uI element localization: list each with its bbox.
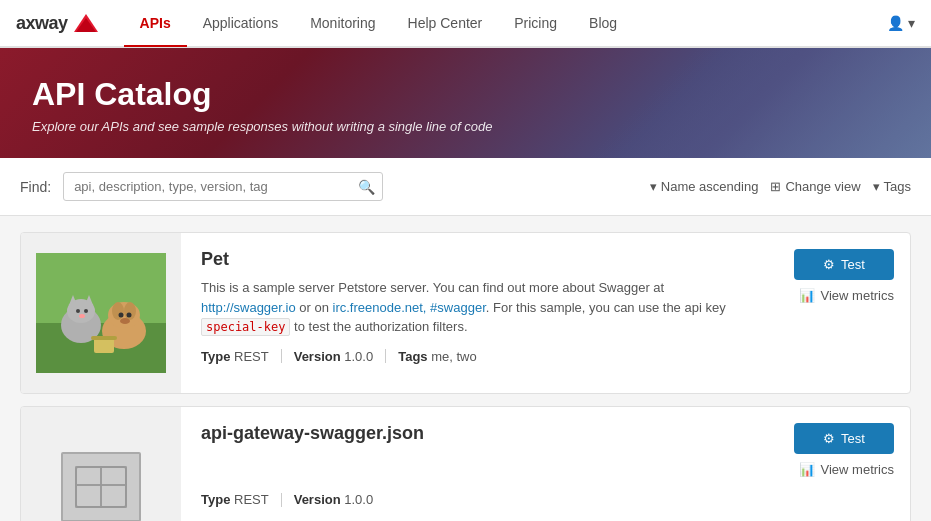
svg-rect-21 xyxy=(76,467,101,485)
api-card-gateway-actions: ⚙ Test 📊 View metrics xyxy=(778,407,910,493)
svg-rect-18 xyxy=(94,338,114,353)
user-icon: 👤 xyxy=(887,15,904,31)
svg-point-8 xyxy=(76,309,80,313)
page-subtitle: Explore our APIs and see sample response… xyxy=(32,119,899,134)
svg-point-10 xyxy=(79,314,85,318)
api-card-gateway-body: api-gateway-swagger.json Type REST Versi… xyxy=(181,407,778,521)
user-menu[interactable]: 👤 ▾ xyxy=(887,15,915,31)
api-name-pet: Pet xyxy=(201,249,762,270)
svg-rect-22 xyxy=(101,467,126,485)
logo[interactable]: axway xyxy=(16,12,100,34)
pet-illustration xyxy=(36,253,166,373)
api-card-pet: Pet This is a sample server Petstore ser… xyxy=(20,232,911,394)
version-value: 1.0.0 xyxy=(344,349,373,364)
placeholder-illustration xyxy=(61,452,141,521)
search-icon: 🔍 xyxy=(358,179,375,195)
tags-value: me, two xyxy=(431,349,477,364)
meta-sep-1 xyxy=(281,349,282,363)
version-label-gw: Version xyxy=(294,492,341,507)
nav-monitoring[interactable]: Monitoring xyxy=(294,1,391,47)
chart-icon: 📊 xyxy=(799,288,815,303)
svg-point-17 xyxy=(120,318,130,324)
sort-label: Name ascending xyxy=(661,179,759,194)
freenode-link[interactable]: irc.freenode.net, #swagger xyxy=(333,300,486,315)
view-metrics-button-pet[interactable]: 📊 View metrics xyxy=(799,288,894,303)
api-name-gateway: api-gateway-swagger.json xyxy=(201,423,762,444)
metrics-label-gw: View metrics xyxy=(821,462,894,477)
api-card-pet-body: Pet This is a sample server Petstore ser… xyxy=(181,233,778,380)
svg-point-16 xyxy=(127,313,132,318)
find-label: Find: xyxy=(20,179,51,195)
user-dropdown-arrow: ▾ xyxy=(908,15,915,31)
tags-label: Tags xyxy=(884,179,911,194)
api-card-pet-image xyxy=(21,233,181,393)
navigation: axway APIs Applications Monitoring Help … xyxy=(0,0,931,48)
svg-rect-23 xyxy=(76,485,101,507)
test-label: Test xyxy=(841,257,865,272)
view-metrics-button-gateway[interactable]: 📊 View metrics xyxy=(799,462,894,477)
gear-icon: ⚙ xyxy=(823,257,835,272)
nav-help-center[interactable]: Help Center xyxy=(392,1,499,47)
logo-icon xyxy=(72,12,100,34)
meta-sep-2 xyxy=(385,349,386,363)
search-bar: Find: 🔍 ▾ Name ascending ⊞ Change view ▾… xyxy=(0,158,931,216)
nav-applications[interactable]: Applications xyxy=(187,1,295,47)
page-title: API Catalog xyxy=(32,76,899,113)
svg-point-9 xyxy=(84,309,88,313)
search-input[interactable] xyxy=(63,172,383,201)
version-value-gw: 1.0.0 xyxy=(344,492,373,507)
api-list: Pet This is a sample server Petstore ser… xyxy=(0,216,931,521)
nav-apis[interactable]: APIs xyxy=(124,1,187,47)
document-icon-svg xyxy=(71,462,131,512)
svg-point-13 xyxy=(112,302,124,320)
tags-control[interactable]: ▾ Tags xyxy=(873,179,911,194)
special-key: special-key xyxy=(201,318,290,336)
api-meta-pet: Type REST Version 1.0.0 Tags me, two xyxy=(201,349,762,364)
logo-text: axway xyxy=(16,13,68,34)
metrics-label: View metrics xyxy=(821,288,894,303)
grid-icon: ⊞ xyxy=(770,179,781,194)
search-input-wrap: 🔍 xyxy=(63,172,383,201)
type-value-gw: REST xyxy=(234,492,269,507)
sort-control[interactable]: ▾ Name ascending xyxy=(650,179,759,194)
nav-links: APIs Applications Monitoring Help Center… xyxy=(124,1,887,45)
test-label-gw: Test xyxy=(841,431,865,446)
nav-blog[interactable]: Blog xyxy=(573,1,633,47)
type-label: Type xyxy=(201,349,230,364)
type-label-gw: Type xyxy=(201,492,230,507)
tags-arrow: ▾ xyxy=(873,179,880,194)
view-control[interactable]: ⊞ Change view xyxy=(770,179,860,194)
swagger-link[interactable]: http://swagger.io xyxy=(201,300,296,315)
version-label: Version xyxy=(294,349,341,364)
svg-point-14 xyxy=(124,302,136,320)
api-desc-pet: This is a sample server Petstore server.… xyxy=(201,278,762,337)
sort-arrow-icon: ▾ xyxy=(650,179,657,194)
test-button-pet[interactable]: ⚙ Test xyxy=(794,249,894,280)
view-label: Change view xyxy=(785,179,860,194)
svg-point-15 xyxy=(119,313,124,318)
meta-sep-gw xyxy=(281,493,282,507)
gear-icon-gw: ⚙ xyxy=(823,431,835,446)
api-card-gateway: api-gateway-swagger.json Type REST Versi… xyxy=(20,406,911,521)
svg-rect-19 xyxy=(91,336,117,340)
chart-icon-gw: 📊 xyxy=(799,462,815,477)
hero-banner: API Catalog Explore our APIs and see sam… xyxy=(0,48,931,158)
tags-label: Tags xyxy=(398,349,427,364)
type-value: REST xyxy=(234,349,269,364)
nav-pricing[interactable]: Pricing xyxy=(498,1,573,47)
api-card-pet-actions: ⚙ Test 📊 View metrics xyxy=(778,233,910,319)
svg-rect-24 xyxy=(101,485,126,507)
api-meta-gateway: Type REST Version 1.0.0 xyxy=(201,492,762,507)
api-card-gateway-image xyxy=(21,407,181,521)
test-button-gateway[interactable]: ⚙ Test xyxy=(794,423,894,454)
